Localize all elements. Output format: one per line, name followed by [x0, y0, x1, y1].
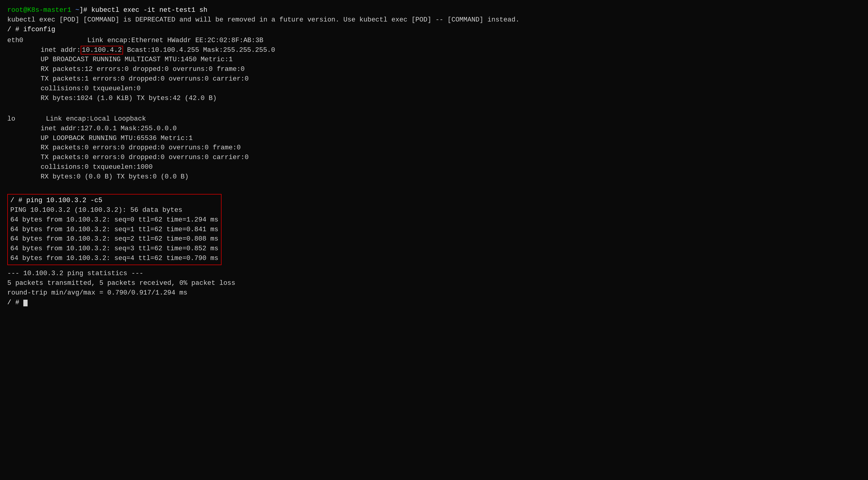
lo-inet: inet addr:127.0.0.1 Mask:255.0.0.0: [7, 124, 861, 134]
terminal-window: root@K8s-master1 ~]# kubectl exec -it ne…: [7, 5, 861, 308]
final-prompt-line[interactable]: / #: [7, 298, 861, 308]
eth0-interface-line: eth0 Link encap:Ethernet HWaddr EE:2C:02…: [7, 36, 861, 45]
final-prompt-text: / #: [7, 299, 23, 307]
eth0-link: Link encap:Ethernet HWaddr EE:2C:02:8F:A…: [54, 37, 264, 44]
lo-tx-packets: TX packets:0 errors:0 dropped:0 overruns…: [7, 153, 861, 162]
prompt-user: root: [7, 6, 23, 14]
ping-bordered-block: / # ping 10.100.3.2 -c5 PING 10.100.3.2 …: [7, 194, 221, 265]
prompt-at: @: [23, 6, 27, 14]
eth0-inet-line: inet addr:10.100.4.2 Bcast:10.100.4.255 …: [7, 45, 861, 55]
inet-rest: Bcast:10.100.4.255 Mask:255.255.255.0: [123, 46, 275, 54]
eth0-collisions: collisions:0 txqueuelen:0: [7, 84, 861, 94]
cursor-block: [23, 300, 28, 307]
blank-line-2: [7, 182, 861, 192]
ping-stats-packets: 5 packets transmitted, 5 packets receive…: [7, 279, 861, 288]
ping-header: PING 10.100.3.2 (10.100.3.2): 56 data by…: [10, 205, 218, 215]
eth0-tx-packets: TX packets:1 errors:0 dropped:0 overruns…: [7, 74, 861, 84]
blank-line-1: [7, 103, 861, 113]
eth0-name: eth0: [7, 37, 23, 44]
deprecation-warning: kubectl exec [POD] [COMMAND] is DEPRECAT…: [7, 15, 861, 25]
prompt-line-1: root@K8s-master1 ~]# kubectl exec -it ne…: [7, 5, 861, 15]
ping-result-4: 64 bytes from 10.100.3.2: seq=4 ttl=62 t…: [10, 254, 218, 263]
ping-result-3: 64 bytes from 10.100.3.2: seq=3 ttl=62 t…: [10, 244, 218, 254]
prompt-host: K8s-master1: [27, 6, 71, 14]
command-text: kubectl exec -it net-test1 sh: [87, 6, 207, 14]
lo-flags: UP LOOPBACK RUNNING MTU:65536 Metric:1: [7, 134, 861, 143]
ping-prompt-line: / # ping 10.100.3.2 -c5: [10, 196, 218, 205]
lo-collisions: collisions:0 txqueuelen:1000: [7, 162, 861, 172]
lo-section: lo Link encap:Local Loopback inet addr:1…: [7, 114, 861, 182]
ping-result-0: 64 bytes from 10.100.3.2: seq=0 ttl=62 t…: [10, 215, 218, 225]
lo-rx-bytes: RX bytes:0 (0.0 B) TX bytes:0 (0.0 B): [7, 172, 861, 182]
lo-name: lo: [7, 115, 15, 123]
ping-stats-section: --- 10.100.3.2 ping statistics --- 5 pac…: [7, 269, 861, 298]
ping-result-2: 64 bytes from 10.100.3.2: seq=2 ttl=62 t…: [10, 234, 218, 244]
ping-stats-header: --- 10.100.3.2 ping statistics ---: [7, 269, 861, 279]
prompt-path: ~: [71, 6, 79, 14]
eth0-section: eth0 Link encap:Ethernet HWaddr EE:2C:02…: [7, 36, 861, 103]
inet-label: inet addr:: [41, 46, 81, 54]
ping-stats-rtt: round-trip min/avg/max = 0.790/0.917/1.2…: [7, 288, 861, 298]
eth0-rx-packets: RX packets:12 errors:0 dropped:0 overrun…: [7, 65, 861, 74]
eth0-rx-bytes: RX bytes:1024 (1.0 KiB) TX bytes:42 (42.…: [7, 94, 861, 103]
ifconfig-prompt: / # ifconfig: [7, 25, 861, 35]
inet-addr-highlight: 10.100.4.2: [81, 46, 123, 55]
lo-rx-packets: RX packets:0 errors:0 dropped:0 overruns…: [7, 143, 861, 153]
ping-result-1: 64 bytes from 10.100.3.2: seq=1 ttl=62 t…: [10, 225, 218, 234]
lo-link: Link encap:Local Loopback: [46, 115, 146, 123]
prompt-symbol: ]#: [80, 6, 87, 14]
eth0-flags: UP BROADCAST RUNNING MULTICAST MTU:1450 …: [7, 55, 861, 65]
lo-interface-line: lo Link encap:Local Loopback: [7, 114, 861, 124]
